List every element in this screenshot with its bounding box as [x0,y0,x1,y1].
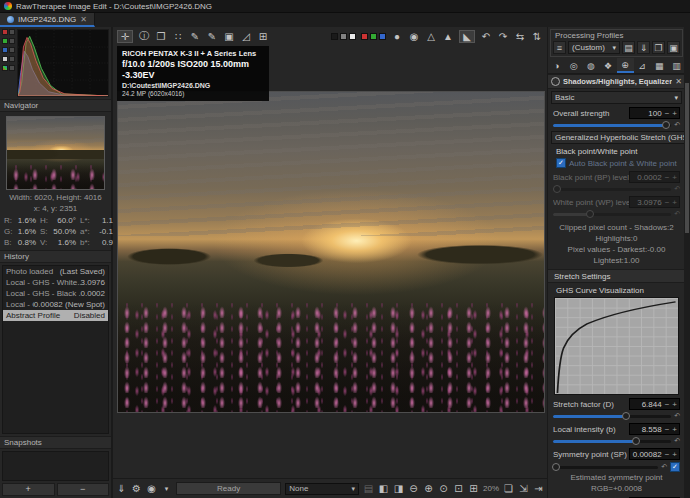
value-box[interactable]: 8.558 − + [629,423,680,435]
rotate-left-icon[interactable]: ↶ [480,31,492,42]
scrollbar-thumb[interactable] [685,83,689,233]
profile-copy-icon[interactable]: ❐ [652,41,665,54]
histogram-red-toggle[interactable] [2,29,8,35]
history-row[interactable]: Local - GHS - Symm...0.00082 (New Spot) [3,299,108,310]
red-chip[interactable] [361,33,368,40]
rotate-right-icon[interactable]: ↷ [497,31,509,42]
info-icon[interactable]: ⓘ [138,29,150,43]
bg-dark-chip[interactable] [331,33,338,40]
spin-plus-icon[interactable]: + [672,400,677,409]
slider-track[interactable] [553,415,671,418]
detail-window-icon[interactable]: ❏ [503,483,514,494]
profile-select[interactable]: (Custom) ▾ [568,41,620,54]
zoom-fit-icon[interactable]: ⊡ [453,483,464,494]
value-box[interactable]: 0.00082 − + [629,448,680,460]
tool-close-icon[interactable]: ✕ [675,77,682,86]
tab-local-adjustments[interactable]: ⊕ [617,58,634,73]
histogram-mode-toggle-2[interactable] [9,38,15,44]
spin-minus-icon[interactable]: − [665,425,670,434]
image-tab[interactable]: IMGP2426.DNG ✕ [0,13,95,27]
checkbox-checked-icon[interactable]: ✓ [556,158,566,168]
shadow-clip-icon[interactable]: △ [425,31,437,42]
bg-light-chip[interactable] [349,33,356,40]
hide-right-panel-icon[interactable]: ⇥ [533,483,544,494]
pan-tool-icon[interactable]: ✛ [117,30,133,43]
histogram-mode-toggle-3[interactable] [9,47,15,53]
spin-plus-icon[interactable]: + [672,109,677,118]
spin-minus-icon[interactable]: − [665,400,670,409]
histogram-bar-toggle[interactable] [9,65,15,71]
tab-detail[interactable]: ◎ [565,58,582,73]
slider-track[interactable] [553,440,671,443]
spin-minus-icon[interactable]: − [665,109,670,118]
symmetry-auto-checkbox[interactable]: ✓ [670,462,680,472]
snapshot-add-button[interactable]: + [2,483,55,496]
reset-icon[interactable]: ↶ [661,463,667,471]
tab-exposure[interactable]: ◑ [548,58,565,73]
picker-values-icon[interactable]: ∷ [172,31,184,42]
reset-icon[interactable]: ↶ [674,412,680,420]
snapshots-list[interactable] [2,451,109,481]
history-row-selected[interactable]: Abstract ProfileDisabled [3,310,108,321]
tab-color[interactable]: ◍ [582,58,599,73]
histogram-mode-toggle-4[interactable] [9,56,15,62]
histogram-chroma-toggle[interactable] [2,65,8,71]
tab-advanced[interactable]: ❖ [599,58,616,73]
histogram-blue-toggle[interactable] [2,47,8,53]
blue-chip[interactable] [379,33,386,40]
color-management-chevron-icon[interactable]: ▾ [161,485,172,493]
history-row[interactable]: Photo loaded(Last Saved) [3,266,108,277]
crop-tool-icon[interactable]: ▣ [223,31,235,42]
perspective-tool-icon[interactable]: ⊞ [257,31,269,42]
flip-horizontal-icon[interactable]: ⇆ [514,31,526,42]
complexity-select[interactable]: Basic ▾ [551,91,682,104]
focus-mask-icon[interactable]: ◣ [459,30,475,43]
tab-raw[interactable]: ▦ [651,58,668,73]
zoom-out-icon[interactable]: ⊖ [408,483,419,494]
gamut-check-icon[interactable]: ◉ [408,31,420,42]
spin-plus-icon[interactable]: + [672,450,677,459]
stretch-settings-expander[interactable]: Stretch Settings [548,269,685,283]
navigator-thumbnail[interactable] [6,116,105,190]
profile-save-icon[interactable]: ⇓ [637,41,650,54]
tab-metadata[interactable]: ▥ [668,58,685,73]
spin-plus-icon[interactable]: + [672,425,677,434]
tab-close-icon[interactable]: ✕ [80,15,87,24]
reset-icon[interactable]: ↶ [674,121,680,129]
spin-minus-icon[interactable]: − [665,450,670,459]
highlight-clip-icon[interactable]: ▲ [442,31,454,42]
fullscreen-icon[interactable]: ⇲ [518,483,529,494]
queue-gears-icon[interactable]: ⚙ [131,483,142,494]
color-picker-icon[interactable]: ✎ [189,31,201,42]
auto-bpwp-checkbox[interactable]: ✓ Auto Black point & White point [556,158,685,168]
straighten-tool-icon[interactable]: ◿ [240,31,252,42]
compare-right-icon[interactable]: ◨ [393,483,404,494]
histogram-mode-toggle-1[interactable] [9,29,15,35]
method-select[interactable]: Generalized Hyperbolic Stretch (GHS) ▾ [551,131,690,144]
main-image[interactable] [117,91,545,413]
monitor-profile-select[interactable]: None ▾ [285,483,359,495]
background-color-chips[interactable] [331,33,356,40]
profile-paste-icon[interactable]: ▣ [667,41,680,54]
tab-transform[interactable]: ⊿ [634,58,651,73]
zoom-in-icon[interactable]: ⊕ [423,483,434,494]
bg-mid-chip[interactable] [340,33,347,40]
reset-icon[interactable]: ↶ [674,437,680,445]
histogram-luma-toggle[interactable] [2,56,8,62]
history-row[interactable]: Local - GHS - White...3.0976 [3,277,108,288]
value-box[interactable]: 100 − + [629,107,680,119]
false-color-chips[interactable] [361,33,386,40]
green-chip[interactable] [370,33,377,40]
value-box[interactable]: 6.844 − + [629,398,680,410]
snapshot-remove-button[interactable]: − [57,483,110,496]
slider-track[interactable] [553,124,671,127]
flip-vertical-icon[interactable]: ⇅ [531,31,543,42]
slider-track[interactable] [553,466,658,469]
profile-list-icon[interactable]: ≡ [553,41,566,54]
right-panel-scrollbar[interactable] [684,27,690,498]
compare-left-icon[interactable]: ◧ [378,483,389,494]
history-row[interactable]: Local - GHS - Black ...0.0002 [3,288,108,299]
before-after-icon[interactable]: ❐ [155,31,167,42]
save-image-icon[interactable]: ⇓ [116,483,127,494]
color-management-icon[interactable]: ◉ [146,483,157,494]
